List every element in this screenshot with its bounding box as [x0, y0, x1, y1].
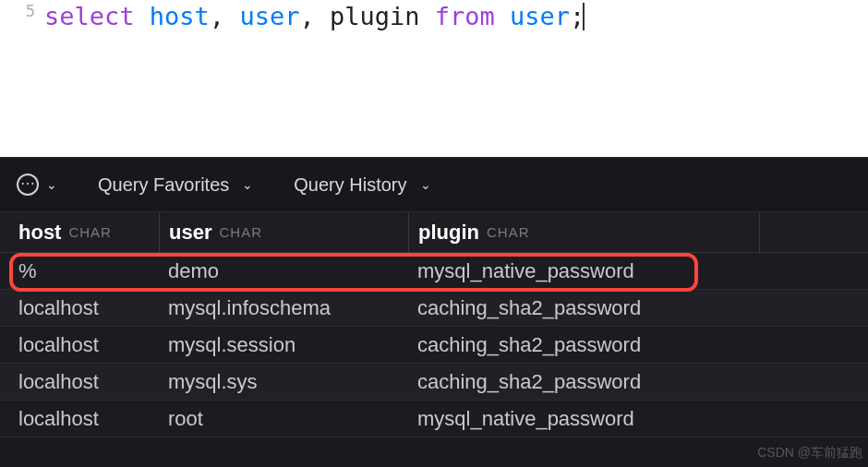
comma: ,: [210, 2, 224, 30]
sql-editor[interactable]: 5 select host, user, plugin from user;: [0, 0, 868, 157]
column-type: CHAR: [487, 224, 530, 240]
code-line[interactable]: select host, user, plugin from user;: [44, 0, 868, 157]
column-header-plugin[interactable]: plugin CHAR: [408, 212, 759, 252]
column-type: CHAR: [68, 224, 112, 240]
cell-user: mysql.session: [159, 333, 408, 357]
cell-user: demo: [159, 259, 408, 283]
query-favorites-label: Query Favorites: [98, 174, 229, 196]
query-history-dropdown[interactable]: Query History ⌄: [294, 174, 430, 196]
line-gutter: 5: [0, 0, 44, 157]
column-name: plugin: [418, 221, 479, 245]
cell-user: mysql.sys: [159, 370, 408, 394]
cell-plugin: caching_sha2_password: [408, 333, 868, 357]
cell-plugin: caching_sha2_password: [408, 296, 868, 320]
comma: ,: [299, 2, 314, 30]
table-row[interactable]: localhost mysql.session caching_sha2_pas…: [0, 327, 868, 364]
more-options-button[interactable]: ⌄: [17, 174, 57, 196]
query-history-label: Query History: [294, 174, 406, 196]
column-header-host[interactable]: host CHAR: [0, 212, 159, 252]
cell-plugin: mysql_native_password: [408, 407, 868, 431]
table-row[interactable]: localhost mysql.sys caching_sha2_passwor…: [0, 364, 868, 401]
identifier-user: user: [239, 2, 299, 30]
watermark: CSDN @车前猛跑: [757, 445, 862, 461]
cell-user: root: [159, 407, 408, 431]
line-number: 5: [26, 2, 35, 20]
column-name: user: [169, 221, 211, 245]
column-header-user[interactable]: user CHAR: [159, 212, 408, 252]
column-name: host: [18, 221, 61, 245]
results-toolbar: ⌄ Query Favorites ⌄ Query History ⌄: [0, 157, 868, 212]
query-favorites-dropdown[interactable]: Query Favorites ⌄: [98, 174, 253, 196]
text-cursor: [583, 3, 585, 30]
results-body: % demo mysql_native_password localhost m…: [0, 253, 868, 437]
table-row[interactable]: localhost mysql.infoschema caching_sha2_…: [0, 290, 868, 327]
cell-host: localhost: [0, 333, 159, 357]
chevron-down-icon: ⌄: [242, 177, 253, 192]
identifier-host: host: [150, 2, 210, 30]
chevron-down-icon: ⌄: [46, 177, 57, 192]
keyword-select: select: [44, 2, 135, 30]
results-header-row: host CHAR user CHAR plugin CHAR: [0, 212, 868, 253]
column-header-empty: [759, 212, 868, 252]
identifier-plugin: plugin: [330, 2, 420, 30]
cell-host: localhost: [0, 296, 159, 320]
cell-plugin: mysql_native_password: [408, 259, 868, 283]
cell-plugin: caching_sha2_password: [408, 370, 868, 394]
keyword-from: from: [435, 2, 495, 30]
chevron-down-icon: ⌄: [420, 177, 431, 192]
cell-host: localhost: [0, 370, 159, 394]
table-row[interactable]: % demo mysql_native_password: [0, 253, 868, 290]
ellipsis-circle-icon: [17, 174, 39, 196]
cell-host: %: [0, 259, 159, 283]
cell-host: localhost: [0, 407, 159, 431]
column-type: CHAR: [219, 224, 262, 240]
table-row[interactable]: localhost root mysql_native_password: [0, 401, 868, 437]
identifier-user2: user: [510, 2, 570, 30]
cell-user: mysql.infoschema: [159, 296, 408, 320]
